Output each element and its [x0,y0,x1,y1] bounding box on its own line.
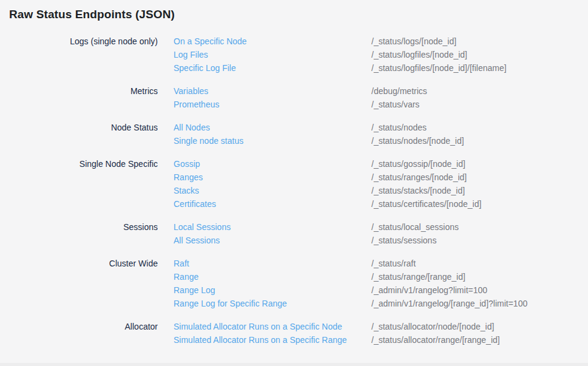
endpoint-group: AllocatorSimulated Allocator Runs on a S… [0,320,588,347]
endpoint-url: /_status/local_sessions [371,220,588,234]
endpoint-link[interactable]: Variables [174,84,371,98]
endpoint-group: Cluster WideRaftRangeRange LogRange Log … [0,257,588,310]
category-label: Single Node Specific [0,157,158,211]
endpoint-url: /_status/certificates/[node_id] [371,197,588,211]
category-label: Logs (single node only) [0,35,158,75]
endpoints-table: Logs (single node only)On a Specific Nod… [0,35,588,347]
endpoint-urls-column: /_status/allocator/node/[node_id]/_statu… [371,320,588,347]
endpoint-link[interactable]: Prometheus [174,98,371,111]
endpoint-link[interactable]: Local Sessions [174,220,371,234]
endpoint-links-column: On a Specific NodeLog FilesSpecific Log … [158,35,371,75]
endpoint-links-column: Local SessionsAll Sessions [158,220,371,247]
endpoint-group: MetricsVariablesPrometheus/debug/metrics… [0,84,588,111]
endpoint-link[interactable]: Range Log for Specific Range [174,297,371,310]
endpoint-url: /_status/logs/[node_id] [371,35,588,48]
category-label: Cluster Wide [0,257,158,310]
endpoint-group: SessionsLocal SessionsAll Sessions/_stat… [0,220,588,247]
endpoint-url: /_status/range/[range_id] [371,270,588,283]
endpoint-group: Logs (single node only)On a Specific Nod… [0,35,588,75]
category-label: Metrics [0,84,158,111]
endpoint-url: /_status/nodes/[node_id] [371,134,588,147]
endpoint-url: /debug/metrics [371,84,588,98]
endpoint-urls-column: /debug/metrics/_status/vars [371,84,588,111]
endpoint-url: /_admin/v1/rangelog/[range_id]?limit=100 [371,297,588,310]
page-title: Raw Status Endpoints (JSON) [0,0,588,22]
endpoint-link[interactable]: Single node status [174,134,371,147]
endpoint-link[interactable]: Log Files [174,48,371,61]
category-label: Allocator [0,320,158,347]
endpoint-url: /_admin/v1/rangelog?limit=100 [371,283,588,297]
endpoint-urls-column: /_status/raft/_status/range/[range_id]/_… [371,257,588,310]
endpoint-url: /_status/sessions [371,234,588,247]
endpoint-link[interactable]: Gossip [174,157,371,171]
endpoint-group: Node StatusAll NodesSingle node status/_… [0,121,588,147]
endpoint-link[interactable]: Range [174,270,371,283]
endpoint-link[interactable]: Specific Log File [174,61,371,75]
endpoint-link[interactable]: All Nodes [174,121,371,134]
endpoint-link[interactable]: Raft [174,257,371,270]
bottom-edge-divider [0,363,588,366]
category-label: Sessions [0,220,158,247]
endpoint-url: /_status/stacks/[node_id] [371,184,588,197]
endpoint-url: /_status/raft [371,257,588,270]
endpoint-links-column: GossipRangesStacksCertificates [158,157,371,211]
endpoint-url: /_status/allocator/node/[node_id] [371,320,588,333]
endpoint-url: /_status/ranges/[node_id] [371,171,588,184]
endpoint-urls-column: /_status/local_sessions/_status/sessions [371,220,588,247]
endpoint-url: /_status/allocator/range/[range_id] [371,333,588,347]
category-label: Node Status [0,121,158,147]
endpoint-url: /_status/nodes [371,121,588,134]
endpoint-link[interactable]: All Sessions [174,234,371,247]
endpoint-urls-column: /_status/nodes/_status/nodes/[node_id] [371,121,588,147]
endpoint-url: /_status/gossip/[node_id] [371,157,588,171]
endpoint-link[interactable]: Simulated Allocator Runs on a Specific R… [174,333,371,347]
endpoint-links-column: RaftRangeRange LogRange Log for Specific… [158,257,371,310]
endpoint-link[interactable]: Ranges [174,171,371,184]
endpoint-url: /_status/vars [371,98,588,111]
endpoint-group: Single Node SpecificGossipRangesStacksCe… [0,157,588,211]
endpoint-link[interactable]: On a Specific Node [174,35,371,48]
endpoint-link[interactable]: Stacks [174,184,371,197]
endpoint-urls-column: /_status/gossip/[node_id]/_status/ranges… [371,157,588,211]
endpoint-urls-column: /_status/logs/[node_id]/_status/logfiles… [371,35,588,75]
endpoint-link[interactable]: Simulated Allocator Runs on a Specific N… [174,320,371,333]
endpoint-links-column: All NodesSingle node status [158,121,371,147]
endpoint-url: /_status/logfiles/[node_id]/[filename] [371,61,588,75]
endpoint-links-column: VariablesPrometheus [158,84,371,111]
endpoint-links-column: Simulated Allocator Runs on a Specific N… [158,320,371,347]
endpoint-link[interactable]: Certificates [174,197,371,211]
endpoint-link[interactable]: Range Log [174,283,371,297]
endpoint-url: /_status/logfiles/[node_id] [371,48,588,61]
